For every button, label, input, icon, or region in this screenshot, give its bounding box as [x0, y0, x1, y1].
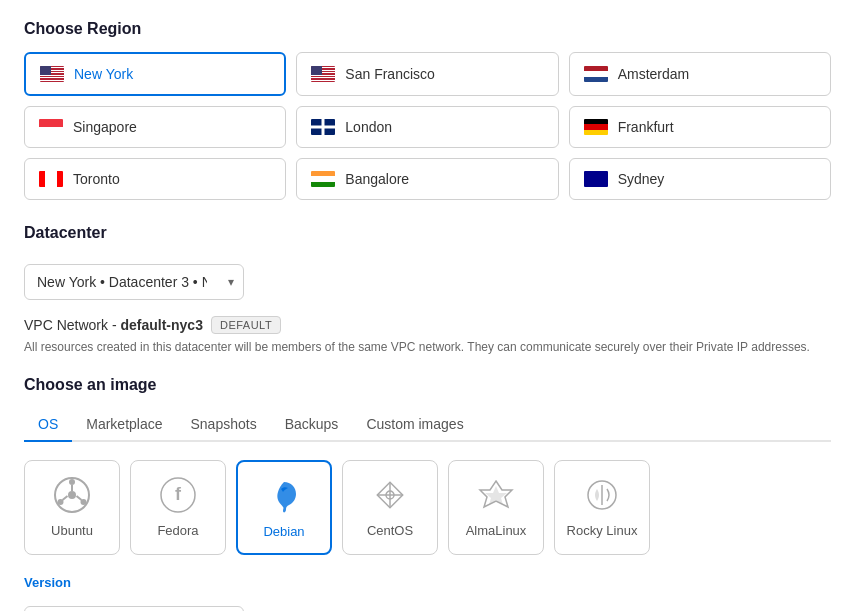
flag-in-bangalore	[311, 171, 335, 187]
version-select[interactable]: 10 x64 11 x64 12 x64	[24, 606, 244, 611]
os-fedora[interactable]: f Fedora	[130, 460, 226, 555]
region-singapore[interactable]: Singapore	[24, 106, 286, 148]
tab-backups[interactable]: Backups	[271, 408, 353, 442]
os-centos[interactable]: CentOS	[342, 460, 438, 555]
region-san-francisco-label: San Francisco	[345, 66, 434, 82]
region-san-francisco[interactable]: San Francisco	[296, 52, 558, 96]
choose-image-title: Choose an image	[24, 376, 831, 394]
region-amsterdam[interactable]: Amsterdam	[569, 52, 831, 96]
region-london[interactable]: London	[296, 106, 558, 148]
vpc-info: VPC Network - default-nyc3 DEFAULT All r…	[24, 316, 831, 356]
os-almalinux-label: AlmaLinux	[466, 523, 527, 538]
ubuntu-icon	[52, 475, 92, 515]
region-grid: New York San Francisco Amsterdam Singapo…	[24, 52, 831, 200]
tab-custom-images[interactable]: Custom images	[352, 408, 477, 442]
image-tabs: OS Marketplace Snapshots Backups Custom …	[24, 408, 831, 442]
vpc-description: All resources created in this datacenter…	[24, 338, 831, 356]
os-rocky-linux[interactable]: Rocky Linux	[554, 460, 650, 555]
datacenter-select[interactable]: New York • Datacenter 1 • NYC1 New York …	[24, 264, 244, 300]
region-london-label: London	[345, 119, 392, 135]
flag-uk-london	[311, 119, 335, 135]
region-bangalore[interactable]: Bangalore	[296, 158, 558, 200]
region-frankfurt[interactable]: Frankfurt	[569, 106, 831, 148]
region-new-york[interactable]: New York	[24, 52, 286, 96]
flag-sg-singapore	[39, 119, 63, 135]
svg-text:f: f	[175, 484, 182, 504]
flag-au-sydney	[584, 171, 608, 187]
centos-icon	[370, 475, 410, 515]
rocky-linux-icon	[582, 475, 622, 515]
almalinux-icon	[476, 475, 516, 515]
os-grid: Ubuntu f Fedora Debian	[24, 460, 831, 555]
region-toronto-label: Toronto	[73, 171, 120, 187]
datacenter-title: Datacenter	[24, 224, 831, 242]
svg-point-4	[68, 491, 76, 499]
os-centos-label: CentOS	[367, 523, 413, 538]
flag-ca-toronto	[39, 171, 63, 187]
vpc-name: default-nyc3	[120, 317, 202, 333]
vpc-label: VPC Network - default-nyc3	[24, 317, 203, 333]
tab-os[interactable]: OS	[24, 408, 72, 442]
version-select-wrapper: 10 x64 11 x64 12 x64 ▾	[24, 606, 244, 611]
region-toronto[interactable]: Toronto	[24, 158, 286, 200]
flag-us-newyork	[40, 66, 64, 82]
os-debian[interactable]: Debian	[236, 460, 332, 555]
vpc-line: VPC Network - default-nyc3 DEFAULT	[24, 316, 831, 334]
vpc-default-badge: DEFAULT	[211, 316, 281, 334]
version-section: Version 10 x64 11 x64 12 x64 ▾	[24, 575, 831, 611]
region-amsterdam-label: Amsterdam	[618, 66, 690, 82]
datacenter-select-wrapper: New York • Datacenter 1 • NYC1 New York …	[24, 264, 244, 300]
flag-us-sf	[311, 66, 335, 82]
os-rocky-linux-label: Rocky Linux	[567, 523, 638, 538]
debian-icon	[264, 476, 304, 516]
datacenter-section: Datacenter New York • Datacenter 1 • NYC…	[24, 224, 831, 300]
os-fedora-label: Fedora	[157, 523, 198, 538]
version-label: Version	[24, 575, 831, 590]
os-almalinux[interactable]: AlmaLinux	[448, 460, 544, 555]
svg-point-1	[69, 479, 75, 485]
region-sydney-label: Sydney	[618, 171, 665, 187]
os-debian-label: Debian	[263, 524, 304, 539]
region-bangalore-label: Bangalore	[345, 171, 409, 187]
fedora-icon: f	[158, 475, 198, 515]
flag-de-frankfurt	[584, 119, 608, 135]
region-new-york-label: New York	[74, 66, 133, 82]
region-frankfurt-label: Frankfurt	[618, 119, 674, 135]
flag-nl-amsterdam	[584, 66, 608, 82]
os-ubuntu[interactable]: Ubuntu	[24, 460, 120, 555]
region-sydney[interactable]: Sydney	[569, 158, 831, 200]
choose-region-title: Choose Region	[24, 20, 831, 38]
region-singapore-label: Singapore	[73, 119, 137, 135]
os-ubuntu-label: Ubuntu	[51, 523, 93, 538]
tab-marketplace[interactable]: Marketplace	[72, 408, 176, 442]
tab-snapshots[interactable]: Snapshots	[177, 408, 271, 442]
